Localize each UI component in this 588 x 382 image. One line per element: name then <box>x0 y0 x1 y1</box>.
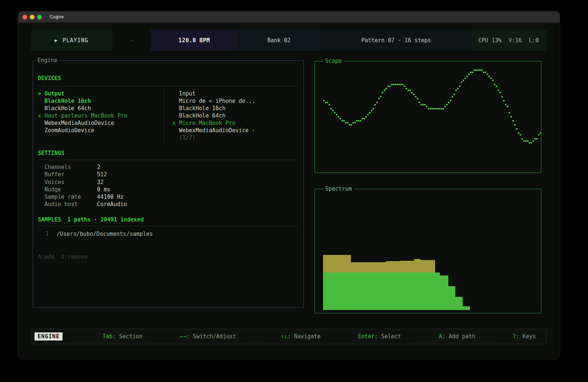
system-stats: CPU 13% V:16 L:0 <box>472 30 547 51</box>
sample-path-value: /Users/bubo/Documents/samples <box>57 230 153 238</box>
waveform-dot <box>435 108 437 109</box>
setting-row[interactable]: Channels2 <box>38 163 170 171</box>
maximize-button[interactable] <box>37 15 42 19</box>
waveform-dot <box>437 108 438 109</box>
setting-row[interactable]: Nudge0 ms <box>38 186 170 193</box>
device-row[interactable]: WebexMediaAudioDevice <box>38 119 161 127</box>
pattern-display[interactable]: Pattern 07 · 16 steps <box>320 30 472 51</box>
device-label: ZoomAudioDevice <box>44 127 94 134</box>
device-marker <box>38 127 44 134</box>
keybar-item: ↑↓: Navigate <box>281 329 320 344</box>
waveform-dot <box>367 114 369 115</box>
voices-value: V:16 <box>509 37 522 44</box>
setting-value: 32 <box>97 179 104 186</box>
waveform-dot <box>345 122 347 123</box>
waveform-dot <box>347 122 348 123</box>
waveform-dot <box>459 86 460 87</box>
waveform-dot <box>507 106 508 107</box>
samples-heading: SAMPLES 1 paths · 20491 indexed <box>38 216 144 223</box>
device-marker <box>172 127 179 134</box>
waveform-dot <box>406 88 407 89</box>
waveform-dot <box>450 100 451 101</box>
setting-row[interactable]: Buffer512 <box>38 171 170 178</box>
waveform-dot <box>411 92 413 93</box>
waveform-dot <box>380 96 381 97</box>
pattern-value: Pattern 07 · 16 steps <box>361 37 431 44</box>
waveform-dot <box>453 94 455 95</box>
waveform-dot <box>430 108 431 109</box>
device-row[interactable]: xHaut-parleurs MacBook Pro <box>38 112 161 119</box>
device-row[interactable]: >Output <box>38 90 161 97</box>
device-label: BlackHole 16ch <box>44 97 91 105</box>
spectrum-high-band <box>414 259 420 273</box>
waveform-dot <box>408 90 409 91</box>
spectrum-bars <box>315 189 541 313</box>
device-label: (1/7) <box>179 134 196 141</box>
device-marker <box>172 134 179 141</box>
waveform-dot <box>323 100 325 101</box>
device-marker <box>38 97 44 105</box>
waveform-dot <box>441 108 442 109</box>
waveform-dot <box>468 73 470 75</box>
device-row[interactable]: WebexMediaAudioDevice▾ <box>172 127 299 134</box>
setting-value: 0 ms <box>97 186 110 193</box>
waveform-dot <box>413 94 415 95</box>
waveform-dot <box>369 112 370 113</box>
device-row[interactable]: (1/7) <box>172 134 299 141</box>
waveform-dot <box>476 69 477 71</box>
waveform-dot <box>470 72 472 73</box>
device-label: Output <box>44 90 64 97</box>
samples-meta: 1 paths · 20491 indexed <box>67 216 144 223</box>
setting-value: 2 <box>97 163 100 171</box>
waveform-dot <box>358 120 359 122</box>
setting-row[interactable]: Voices32 <box>38 179 170 186</box>
waveform-dot <box>415 96 416 97</box>
device-row[interactable]: BlackHole 16ch <box>172 105 299 112</box>
device-label: Micro MacBook Pro <box>179 119 236 127</box>
dropdown-icon: ▾ <box>252 127 255 134</box>
waveform-dot <box>439 108 440 109</box>
bank-display[interactable]: Bank 02 <box>238 30 320 51</box>
engine-panel-body: DEVICES >OutputBlackHole 16chBlackHole 6… <box>33 61 304 307</box>
keybar-key: ?: <box>513 333 519 340</box>
waveform-dot <box>397 84 398 85</box>
setting-value: 512 <box>97 171 107 178</box>
waveform-dot <box>516 128 517 130</box>
waveform-dot <box>466 76 468 77</box>
scope-waveform <box>315 61 541 173</box>
waveform-dot <box>525 140 527 142</box>
setting-row[interactable]: Audio hostCoreAudio <box>38 201 170 208</box>
device-row[interactable]: xMicro MacBook Pro <box>172 119 299 127</box>
waveform-dot <box>509 112 510 113</box>
window-titlebar[interactable]: Cagire <box>18 11 560 23</box>
minimize-button[interactable] <box>30 15 35 19</box>
waveform-dot <box>417 98 418 99</box>
waveform-dot <box>371 110 372 111</box>
transport-status: ▶ PLAYING <box>31 30 112 51</box>
spectrum-high-band <box>323 255 351 273</box>
bpm-display[interactable]: 120.0 BPM <box>151 30 238 51</box>
waveform-dot <box>334 112 336 113</box>
waveform-dot <box>518 132 519 134</box>
waveform-dot <box>384 90 385 91</box>
waveform-dot <box>494 84 495 85</box>
waveform-dot <box>444 106 446 107</box>
spectrum-high-band <box>351 262 386 273</box>
devices-heading: DEVICES <box>38 75 61 82</box>
device-row[interactable]: BlackHole 64ch <box>172 112 299 119</box>
device-row[interactable]: Micro de « iPhone de... <box>172 97 299 105</box>
device-row[interactable]: BlackHole 16ch <box>38 97 161 105</box>
device-row[interactable]: Input <box>172 90 299 97</box>
waveform-dot <box>389 86 391 87</box>
status-separator: - <box>130 37 133 44</box>
device-row[interactable]: ZoomAudioDevice <box>38 127 161 134</box>
sample-path-row[interactable]: 1/Users/bubo/Documents/samples <box>38 230 153 238</box>
play-icon: ▶ <box>55 38 58 43</box>
spectrum-low-band <box>455 297 463 310</box>
device-row[interactable]: BlackHole 64ch <box>38 105 161 112</box>
waveform-dot <box>338 116 339 118</box>
close-button[interactable] <box>22 15 27 19</box>
setting-row[interactable]: Sample rate44100 Hz <box>38 193 170 201</box>
device-label: BlackHole 64ch <box>44 105 91 112</box>
waveform-dot <box>472 72 473 73</box>
